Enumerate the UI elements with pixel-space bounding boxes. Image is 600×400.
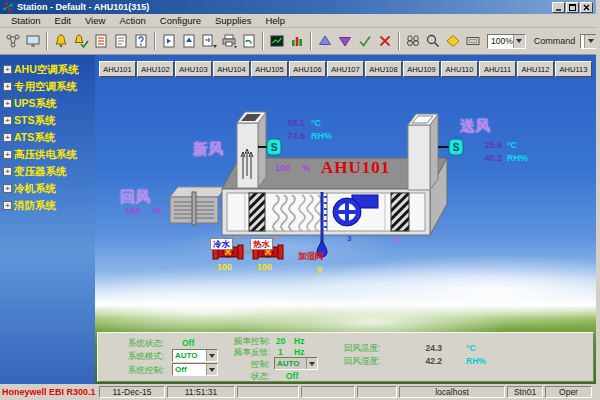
lower-value-icon — [337, 33, 353, 49]
freq-control-mode-select[interactable]: AUTO — [274, 357, 318, 370]
alarm-bell-button[interactable] — [51, 31, 71, 51]
expand-plus-icon[interactable]: + — [3, 167, 12, 176]
sidebar-item-ahu-system[interactable]: +AHU空调系统 — [0, 61, 95, 78]
expand-plus-icon[interactable]: + — [3, 150, 12, 159]
content: +AHU空调系统 +专用空调系统 +UPS系统 +STS系统 +ATS系统 +高… — [0, 55, 596, 384]
group-display-button[interactable] — [287, 31, 307, 51]
fan-status-label: 状态: — [242, 371, 270, 383]
alarm-summary-button[interactable] — [91, 31, 111, 51]
group-display-icon — [289, 33, 305, 49]
sidebar-item-ats-system[interactable]: +ATS系统 — [0, 129, 95, 146]
trend-button[interactable] — [267, 31, 287, 51]
zoom-tool-button[interactable] — [423, 31, 443, 51]
find-icon — [405, 33, 421, 49]
chevron-down-icon — [584, 35, 596, 48]
annotation-blue-digit: 3 — [347, 234, 351, 243]
system-control-label: 系统控制: — [116, 365, 164, 377]
message-summary-button[interactable] — [131, 31, 151, 51]
fan-status-value: Off — [286, 371, 298, 381]
navigation-diamond-button[interactable] — [443, 31, 463, 51]
system-status-value: Off — [182, 338, 194, 348]
system-control-select[interactable]: Off — [172, 363, 218, 376]
fresh-air-label: 新风 — [193, 140, 223, 159]
clear-button[interactable] — [375, 31, 395, 51]
associated-display-button[interactable] — [199, 31, 219, 51]
return-temp-label: 回风温度: — [332, 343, 380, 355]
menu-supplies[interactable]: Supplies — [208, 15, 258, 26]
page-up-icon — [181, 33, 197, 49]
station-connect-button[interactable] — [3, 31, 23, 51]
page-refresh-button[interactable] — [239, 31, 259, 51]
associated-display-icon — [201, 33, 217, 49]
maximize-button[interactable] — [566, 2, 579, 13]
status-user: Oper — [545, 386, 592, 398]
menu-edit[interactable]: Edit — [48, 15, 78, 26]
menu-bar: Station Edit View Action Configure Suppl… — [0, 14, 596, 28]
expand-plus-icon[interactable]: + — [3, 82, 12, 91]
sidebar-item-chiller-system[interactable]: +冷机系统 — [0, 180, 95, 197]
zoom-select[interactable]: 100% — [487, 34, 526, 49]
status-empty-cell — [357, 386, 397, 398]
supply-air-duct[interactable] — [408, 114, 438, 190]
system-status-label: 系统状态: — [116, 338, 164, 350]
annotation-magenta-digit: 6 — [394, 235, 398, 244]
expand-plus-icon[interactable]: + — [3, 201, 12, 210]
toolbar-separator — [310, 32, 312, 50]
menu-configure[interactable]: Configure — [153, 15, 208, 26]
sidebar-item-sts-system[interactable]: +STS系统 — [0, 112, 95, 129]
return-temp-unit: °C — [466, 343, 476, 353]
return-air-grille[interactable] — [170, 187, 226, 225]
expand-plus-icon[interactable]: + — [3, 116, 12, 125]
freq-feedback-value: 1 — [278, 347, 283, 357]
expand-plus-icon[interactable]: + — [3, 133, 12, 142]
menu-station[interactable]: Station — [4, 15, 48, 26]
lower-value-button[interactable] — [335, 31, 355, 51]
system-mode-select[interactable]: AUTO — [172, 349, 218, 362]
status-date: 11-Dec-15 — [99, 386, 165, 398]
expand-plus-icon[interactable]: + — [3, 65, 12, 74]
expand-plus-icon[interactable]: + — [3, 184, 12, 193]
page-up-button[interactable] — [179, 31, 199, 51]
fresh-air-temp-unit: °C — [311, 118, 321, 128]
freq-feedback-label: 频率反馈: — [222, 347, 270, 359]
alarm-acknowledge-icon — [73, 33, 89, 49]
sidebar-item-hv-power-system[interactable]: +高压供电系统 — [0, 146, 95, 163]
sidebar-item-dedicated-ac-system[interactable]: +专用空调系统 — [0, 78, 95, 95]
supply-air-rh-unit: RH% — [507, 153, 528, 163]
close-button[interactable] — [580, 2, 593, 13]
menu-view[interactable]: View — [78, 15, 112, 26]
event-summary-icon — [113, 33, 129, 49]
raise-value-button[interactable] — [315, 31, 335, 51]
display-monitor-button[interactable] — [23, 31, 43, 51]
print-button[interactable] — [219, 31, 239, 51]
chevron-down-icon — [206, 350, 217, 361]
message-summary-icon — [133, 33, 149, 49]
humidifier-label: 加湿阀 — [298, 251, 324, 263]
supply-air-rh-value: 40.2 — [476, 153, 502, 163]
command-input[interactable] — [580, 34, 597, 49]
sidebar-item-ups-system[interactable]: +UPS系统 — [0, 95, 95, 112]
alarm-acknowledge-button[interactable] — [71, 31, 91, 51]
minimize-button[interactable] — [552, 2, 565, 13]
event-summary-button[interactable] — [111, 31, 131, 51]
trend-icon — [269, 33, 285, 49]
pan-region-button[interactable] — [463, 31, 483, 51]
find-button[interactable] — [403, 31, 423, 51]
raise-value-icon — [317, 33, 333, 49]
station-window: Station - Default - AHU101(315) Station … — [0, 0, 600, 400]
menu-help[interactable]: Help — [258, 15, 292, 26]
fresh-damper-value: 100 — [275, 162, 291, 173]
expand-plus-icon[interactable]: + — [3, 99, 12, 108]
toolbar-separator — [398, 32, 400, 50]
menu-action[interactable]: Action — [112, 15, 152, 26]
sidebar-item-transformer-system[interactable]: +变压器系统 — [0, 163, 95, 180]
sidebar-item-fire-system[interactable]: +消防系统 — [0, 197, 95, 214]
supply-air-sensor[interactable]: S — [438, 139, 463, 155]
fresh-air-duct[interactable] — [237, 112, 266, 188]
control-panel: 系统状态: Off 系统模式: AUTO 系统控制: Off 频率控制: 20 … — [97, 332, 594, 382]
toolbar-separator — [154, 32, 156, 50]
chilled-water-value: 100 — [217, 262, 232, 272]
accept-button[interactable] — [355, 31, 375, 51]
status-station: Stn01 — [507, 386, 543, 398]
page-back-button[interactable] — [159, 31, 179, 51]
